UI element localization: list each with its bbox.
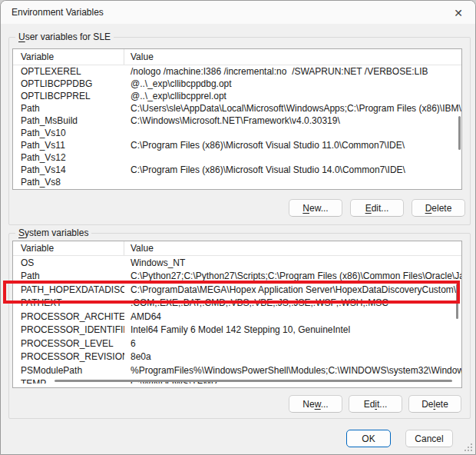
user-variable-row[interactable]: Path C:\Users\sle\AppData\Local\Microsof… (13, 102, 461, 115)
user-column-header-value[interactable]: Value (124, 49, 461, 65)
variable-name-cell: OPTLIBCPPREL (13, 91, 124, 101)
system-variable-row[interactable]: PROCESSOR_REVISION 8e0a (13, 350, 461, 364)
variable-name-cell: PROCESSOR_REVISION (13, 351, 124, 362)
variable-name-cell: Path_Vs11 (13, 140, 124, 151)
user-delete-button[interactable]: Delete (412, 199, 465, 217)
variable-value-cell: C:\Program Files (x86)\Microsoft Visual … (124, 164, 461, 175)
user-variables-label: User variables for SLE (15, 32, 114, 43)
variable-value-cell: Windows_NT (124, 257, 461, 268)
system-column-header-value[interactable]: Value (124, 241, 461, 255)
variable-name-cell: Path_Vs14 (13, 164, 124, 175)
system-table-horizontal-scrollbar[interactable] (55, 380, 452, 382)
user-variable-row[interactable]: Path_Vs8 (13, 176, 461, 188)
variable-name-cell: OPTLIBCPPDBG (13, 78, 124, 89)
variable-value-cell: @..\_exp\cllibcppdbg.opt (124, 78, 461, 89)
window-title: Environment Variables (12, 1, 104, 24)
variable-name-cell: Path_Vs8 (13, 177, 124, 188)
system-edit-button[interactable]: Edit... (349, 395, 402, 413)
variable-name-cell: PROCESSOR_ARCHITECTURE (13, 311, 124, 322)
variable-value-cell: C:\Program Files (x86)\Microsoft Visual … (124, 140, 461, 151)
system-variable-row[interactable]: PROCESSOR_IDENTIFIER Intel64 Family 6 Mo… (13, 324, 461, 337)
user-variable-row[interactable]: Path_Vs12 (13, 151, 461, 164)
variable-value-cell: 6 (124, 338, 461, 349)
close-button[interactable]: ✕ (451, 5, 466, 21)
variable-value-cell: %ProgramFiles%\WindowsPowerShell\Modules… (124, 365, 461, 376)
user-variable-row[interactable]: Path_Vs14 C:\Program Files (x86)\Microso… (13, 164, 461, 176)
system-variable-row[interactable]: PROCESSOR_LEVEL 6 (13, 337, 461, 350)
variable-value-cell: C:\Users\sle\AppData\Local\Microsoft\Win… (124, 103, 461, 114)
variable-name-cell: PSModulePath (13, 365, 124, 376)
user-variable-row[interactable]: OPTLIBCPPREL @..\_exp\cllibcpprel.opt (13, 90, 461, 102)
user-column-header-variable[interactable]: Variable (13, 49, 124, 65)
user-variables-table[interactable]: Variable Value OPTLEXEREL /nologo /machi… (12, 48, 462, 190)
variable-value-cell: /nologo /machine:I386 /incremental:no /S… (124, 66, 461, 77)
system-variables-label: System variables (15, 227, 91, 239)
system-new-button[interactable]: New... (289, 395, 342, 413)
variable-name-cell: Path_Vs12 (13, 152, 124, 163)
cancel-button[interactable]: Cancel (405, 430, 453, 447)
variable-name-cell: PROCESSOR_LEVEL (13, 338, 124, 349)
system-variables-table[interactable]: Variable Value OS Windows_NT Path C:\Pyt… (12, 241, 462, 388)
user-variable-row[interactable]: OPTLIBCPPDBG @..\_exp\cllibcppdbg.opt (13, 78, 461, 90)
user-table-vertical-scrollbar[interactable] (458, 116, 461, 150)
user-variable-row[interactable]: Path_MsBuild C:\Windows\Microsoft.NET\Fr… (13, 115, 461, 127)
variable-name-cell: PROCESSOR_IDENTIFIER (13, 324, 124, 335)
environment-variables-dialog: Environment Variables ✕ User variables f… (0, 0, 476, 455)
highlight-annotation-box (3, 281, 460, 304)
user-variable-row[interactable]: OPTLEXEREL /nologo /machine:I386 /increm… (13, 65, 461, 78)
variable-name-cell: Path_MsBuild (13, 115, 124, 126)
user-new-button[interactable]: New... (289, 199, 342, 217)
variable-name-cell: OS (13, 257, 124, 268)
variable-name-cell: Path (13, 103, 124, 114)
variable-value-cell: AMD64 (124, 311, 461, 322)
variable-value-cell: @..\_exp\cllibcpprel.opt (124, 91, 461, 101)
title-bar: Environment Variables ✕ (1, 1, 475, 24)
user-variable-row[interactable]: Path_Vs11 C:\Program Files (x86)\Microso… (13, 139, 461, 151)
variable-value-cell: Intel64 Family 6 Model 142 Stepping 10, … (124, 324, 461, 335)
variable-value-cell: 8e0a (124, 351, 461, 362)
variable-value-cell: C:\Windows\Microsoft.NET\Framework\v4.0.… (124, 115, 461, 126)
system-variable-row[interactable]: PSModulePath %ProgramFiles%\WindowsPower… (13, 364, 461, 377)
system-variable-row[interactable]: OS Windows_NT (13, 256, 461, 270)
variable-name-cell: OPTLEXEREL (13, 66, 124, 77)
variable-name-cell: Path_Vs10 (13, 128, 124, 138)
close-icon: ✕ (454, 7, 463, 19)
resize-grip[interactable] (463, 442, 474, 453)
user-edit-button[interactable]: Edit... (350, 199, 404, 217)
system-delete-button[interactable]: Delete (408, 395, 461, 413)
ok-button[interactable]: OK (346, 430, 391, 447)
user-variable-row[interactable]: Path_Vs10 (13, 127, 461, 139)
system-column-header-variable[interactable]: Variable (13, 241, 124, 255)
system-variable-row[interactable]: PROCESSOR_ARCHITECTURE AMD64 (13, 310, 461, 324)
